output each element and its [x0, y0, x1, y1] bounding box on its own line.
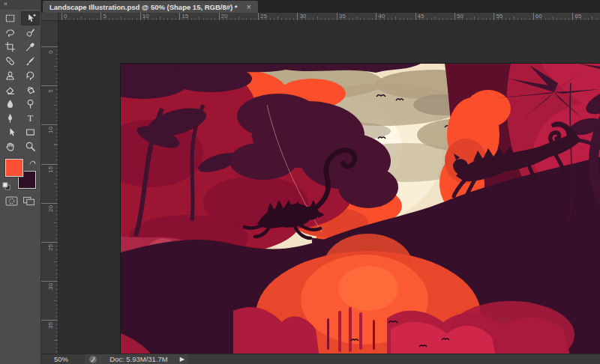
ruler-h-label: 40 [376, 13, 385, 21]
ruler-h-label: 20 [219, 13, 228, 21]
ruler-horizontal[interactable]: 05101520253035404550556065 [58, 13, 600, 21]
crop-icon [4, 41, 16, 52]
clone-stamp-icon [4, 70, 16, 81]
document-tab-bar: Landscape Illustration.psd @ 50% (Shape … [41, 0, 600, 13]
rectangle-shape-icon [25, 127, 36, 138]
tool-eyedropper[interactable] [21, 40, 40, 54]
tool-eraser[interactable] [1, 82, 20, 97]
type-icon: T [25, 112, 36, 124]
collapse-panel-icon[interactable]: « [4, 0, 8, 7]
tool-type[interactable]: T [21, 111, 40, 125]
panel-bottom-icons [0, 191, 40, 209]
dodge-icon [25, 98, 36, 109]
tool-rectangular-marquee[interactable] [1, 11, 20, 25]
tool-pen[interactable] [1, 111, 20, 125]
adobe-drive-icon [88, 355, 98, 364]
ruler-h-label: 0 [62, 13, 67, 21]
ruler-v-label: 35 [47, 321, 54, 331]
zoom-level-field[interactable]: 50% [54, 355, 68, 363]
move-icon [25, 13, 36, 24]
swap-colors-icon[interactable] [28, 157, 37, 170]
tool-clone-stamp[interactable] [1, 68, 20, 82]
ruler-h-label: 65 [572, 13, 581, 21]
ruler-h-label: 55 [494, 13, 502, 21]
blur-icon [4, 98, 16, 109]
ruler-v-label: 20 [47, 203, 54, 213]
ruler-h-label: 5 [100, 13, 106, 21]
spot-healing-icon [4, 55, 16, 67]
doc-size-text: Doc: 5.93M/31.7M [98, 355, 180, 363]
pen-icon [4, 112, 16, 124]
status-bar: 50% Doc: 5.93M/31.7M ▶ [41, 354, 600, 364]
lasso-icon [4, 27, 16, 38]
ruler-h-label: 25 [258, 13, 267, 21]
eraser-icon [4, 84, 16, 95]
ruler-h-label: 15 [179, 13, 188, 21]
ruler-h-label: 45 [416, 13, 424, 21]
default-colors-icon[interactable] [2, 180, 10, 193]
hand-icon [4, 141, 16, 152]
landscape-artwork [121, 64, 600, 358]
path-selection-icon [4, 127, 16, 138]
ruler-v-label: 25 [47, 243, 54, 253]
ruler-h-label: 35 [337, 13, 346, 21]
paint-bucket-icon [25, 84, 36, 95]
brush-icon [25, 55, 36, 67]
tool-dodge[interactable] [21, 97, 40, 111]
tool-hand[interactable] [1, 139, 20, 154]
tool-paint-bucket[interactable] [21, 82, 40, 97]
rectangular-marquee-icon [4, 13, 16, 24]
tool-path-selection[interactable] [1, 125, 20, 139]
close-tab-icon[interactable]: × [247, 3, 251, 10]
ruler-v-label: 15 [47, 164, 54, 175]
zoom-icon [25, 141, 36, 152]
quick-mask-icon[interactable] [5, 195, 18, 209]
ruler-vertical[interactable]: 0510152025303540 [41, 21, 58, 354]
tools-panel-header[interactable]: « [0, 0, 40, 9]
ruler-v-label: 0 [47, 47, 54, 58]
status-menu-arrow[interactable]: ▶ [180, 356, 184, 363]
ruler-v-label: 10 [47, 125, 54, 136]
quick-selection-icon [25, 27, 36, 38]
doc-info-field[interactable]: Doc: 5.93M/31.7M ▶ [85, 354, 188, 364]
ruler-h-label: 60 [533, 13, 542, 21]
tool-quick-selection[interactable] [21, 25, 40, 40]
document-canvas[interactable] [121, 64, 600, 358]
ruler-h-label: 30 [297, 13, 306, 21]
tool-rectangle-shape[interactable] [21, 125, 40, 139]
pasteboard [58, 21, 600, 354]
screen-mode-icon[interactable] [22, 195, 35, 209]
ruler-v-label: 30 [47, 282, 54, 292]
foreground-color-swatch[interactable] [5, 159, 23, 177]
tool-grid: T [0, 9, 40, 154]
tool-lasso[interactable] [1, 25, 20, 40]
document-title: Landscape Illustration.psd @ 50% (Shape … [50, 3, 238, 11]
svg-text:T: T [28, 113, 34, 124]
tool-history-brush[interactable] [21, 68, 40, 82]
photoshop-window: « T Landscape Illustration.psd @ 50% (Sh… [0, 0, 600, 364]
tool-brush[interactable] [21, 54, 40, 68]
tool-zoom[interactable] [21, 139, 40, 154]
ruler-corner[interactable] [41, 13, 58, 21]
eyedropper-icon [25, 41, 36, 52]
tool-crop[interactable] [1, 40, 20, 54]
ruler-h-label: 10 [140, 13, 149, 21]
tool-move[interactable] [21, 11, 40, 25]
ruler-h-label: 50 [454, 13, 464, 21]
tool-blur[interactable] [1, 97, 20, 111]
document-tab[interactable]: Landscape Illustration.psd @ 50% (Shape … [43, 1, 258, 13]
tools-panel: « T [0, 0, 41, 364]
tool-spot-healing[interactable] [1, 54, 20, 68]
history-brush-icon [25, 70, 36, 81]
ruler-v-label: 5 [47, 86, 54, 97]
color-swatch-area [0, 157, 40, 191]
